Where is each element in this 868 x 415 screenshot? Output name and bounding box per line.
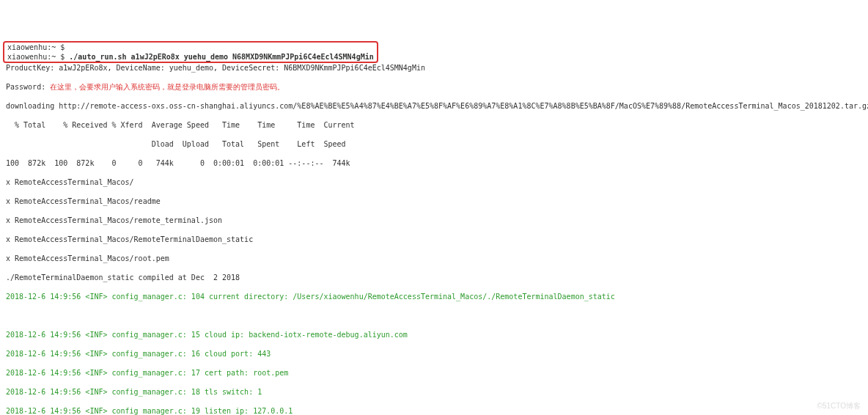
prompt: xiaowenhu:~ $ (7, 43, 69, 51)
curl-row: 100 872k 100 872k 0 0 744k 0 0:00:01 0:0… (6, 158, 862, 168)
output-line: downloading http://remote-access-oxs.oss… (6, 101, 862, 111)
output-line: Password: 在这里，会要求用户输入系统密码，就是登录电脑所需要的管理员密… (6, 82, 862, 92)
watermark: ©51CTO博客 (817, 401, 861, 411)
tar-line: x RemoteAccessTerminal_Macos/RemoteTermi… (6, 235, 862, 244)
log-inf: 2018-12-6 14:9:56 <INF> config_manager.c… (6, 330, 862, 339)
log-inf: 2018-12-6 14:9:56 <INF> config_manager.c… (6, 387, 862, 397)
log-inf: 2018-12-6 14:9:56 <INF> config_manager.c… (6, 368, 862, 378)
highlighted-command: xiaowenhu:~ $ xiaowenhu:~ $ ./auto_run.s… (3, 41, 378, 63)
curl-header: % Total % Received % Xferd Average Speed… (6, 120, 862, 130)
log-inf: 2018-12-6 14:9:56 <INF> config_manager.c… (6, 406, 862, 415)
blank-line (6, 311, 862, 320)
output-line: ProductKey: a1wJ2pERo8x, DeviceName: yue… (6, 63, 862, 73)
password-label: Password: (6, 83, 50, 91)
command-text: ./auto_run.sh a1wJ2pERo8x yuehu_demo N68… (69, 53, 373, 61)
tar-line: x RemoteAccessTerminal_Macos/ (6, 177, 862, 187)
curl-header: Dload Upload Total Spent Left Speed (6, 139, 862, 149)
tar-line: x RemoteAccessTerminal_Macos/readme (6, 197, 862, 206)
prompt: xiaowenhu:~ $ (7, 53, 69, 61)
tar-line: x RemoteAccessTerminal_Macos/root.pem (6, 254, 862, 263)
log-inf: 2018-12-6 14:9:56 <INF> config_manager.c… (6, 349, 862, 359)
log-inf: 2018-12-6 14:9:56 <INF> config_manager.c… (6, 292, 862, 301)
tar-line: x RemoteAccessTerminal_Macos/remote_term… (6, 216, 862, 225)
output-line: ./RemoteTerminalDaemon_static compiled a… (6, 273, 862, 282)
annotation-text: 在这里，会要求用户输入系统密码，就是登录电脑所需要的管理员密码。 (50, 83, 284, 91)
